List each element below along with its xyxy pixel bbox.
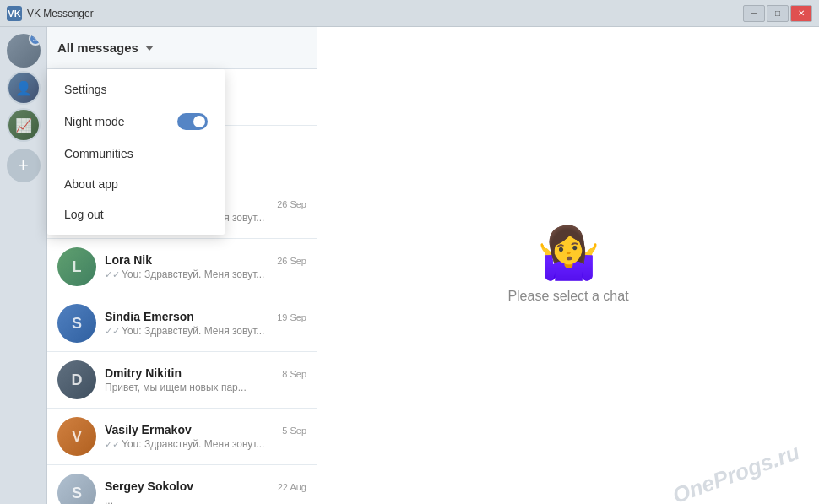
dropdown-menu: Settings Night mode Communities About ap…	[47, 69, 225, 235]
night-mode-toggle[interactable]	[177, 113, 208, 130]
app-body: 3 👤 📈 + All messages Settings	[0, 27, 819, 504]
chat-avatar: S	[57, 474, 96, 504]
chat-name: Sindia Emerson	[105, 310, 194, 323]
menu-item-about[interactable]: About app	[47, 169, 225, 199]
chat-time: 26 Sep	[277, 256, 306, 266]
close-button[interactable]: ✕	[790, 5, 812, 22]
menu-item-settings[interactable]: Settings	[47, 74, 225, 105]
chat-list-title: All messages	[57, 41, 154, 55]
chat-avatar: V	[57, 417, 96, 456]
window-controls: ─ □ ✕	[743, 5, 812, 22]
chat-preview: ...	[105, 495, 306, 504]
chat-name: Lora Nik	[105, 253, 152, 267]
chat-list-header[interactable]: All messages	[47, 27, 317, 69]
chat-list-item[interactable]: SSindia Emerson19 Sep✓✓You: Здравствуй. …	[47, 295, 317, 352]
chat-list-item[interactable]: SSergey Sokolov22 Aug...	[47, 465, 317, 504]
chat-list-item[interactable]: LLora Nik26 Sep✓✓You: Здравствуй. Меня з…	[47, 239, 317, 295]
chat-list-item[interactable]: VVasily Ermakov5 Sep✓✓You: Здравствуй. М…	[47, 409, 317, 465]
sidebar-nav-item-1[interactable]: 👤	[7, 71, 41, 105]
sidebar-avatar-user[interactable]: 3	[7, 34, 41, 68]
chat-list-panel: All messages Settings Night mode Communi…	[47, 27, 317, 504]
chat-preview: Привет, мы ищем новых пар...	[105, 382, 306, 393]
chat-list-item[interactable]: DDmitry Nikitin8 SepПривет, мы ищем новы…	[47, 352, 317, 409]
chat-time: 26 Sep	[277, 199, 306, 209]
right-panel: 🤷‍♀️ Please select a chat OneProgs.ru	[317, 27, 819, 504]
select-chat-emoji: 🤷‍♀️	[537, 228, 600, 279]
chat-name: Dmitry Nikitin	[105, 366, 182, 380]
add-chat-button[interactable]: +	[7, 149, 41, 182]
sidebar-icons: 3 👤 📈 +	[0, 27, 47, 504]
chevron-down-icon	[145, 46, 154, 51]
chat-avatar: S	[57, 304, 96, 343]
chat-preview: ✓✓You: Здравствуй. Меня зовут...	[105, 268, 306, 280]
chat-time: 19 Sep	[277, 312, 306, 322]
chat-avatar: L	[57, 247, 96, 286]
select-chat-text: Please select a chat	[507, 289, 628, 304]
chat-time: 22 Aug	[278, 482, 306, 492]
chat-time: 8 Sep	[282, 369, 306, 379]
menu-item-night-mode[interactable]: Night mode	[47, 105, 225, 138]
chat-preview: ✓✓You: Здравствуй. Меня зовут...	[105, 438, 306, 450]
menu-item-logout[interactable]: Log out	[47, 199, 225, 230]
chat-time: 5 Sep	[282, 425, 306, 436]
notification-badge: 3	[29, 34, 41, 46]
app-icon: VK	[7, 6, 22, 21]
chat-preview: ✓✓You: Здравствуй. Меня зовут...	[105, 325, 306, 337]
maximize-button[interactable]: □	[767, 5, 789, 22]
sidebar-nav-item-2[interactable]: 📈	[7, 108, 41, 142]
chat-name: Sergey Sokolov	[105, 480, 193, 493]
minimize-button[interactable]: ─	[743, 5, 765, 22]
app-title: VK Messenger	[27, 8, 743, 19]
watermark: OneProgs.ru	[669, 439, 803, 504]
chat-avatar: D	[57, 360, 96, 399]
titlebar: VK VK Messenger ─ □ ✕	[0, 0, 819, 27]
menu-item-communities[interactable]: Communities	[47, 138, 225, 169]
chat-name: Vasily Ermakov	[105, 423, 192, 436]
